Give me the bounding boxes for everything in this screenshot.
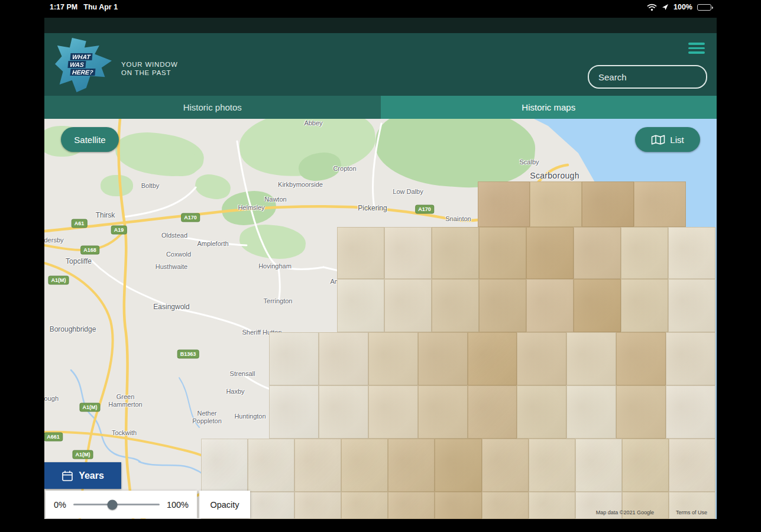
historic-map-tile — [526, 279, 574, 332]
historic-map-tile — [341, 492, 388, 519]
historic-map-tile — [482, 439, 529, 492]
terms-of-use-link[interactable]: Terms of Use — [676, 510, 707, 515]
map-icon — [651, 135, 665, 145]
hamburger-icon — [688, 43, 705, 45]
historic-map-tile — [634, 181, 686, 227]
app-top-strip — [44, 18, 717, 33]
historic-map-tile — [269, 385, 319, 439]
historic-map-tile — [418, 385, 468, 439]
historic-map-tile — [566, 332, 616, 385]
historic-map-tile — [418, 332, 468, 385]
satellite-button[interactable]: Satellite — [61, 127, 119, 152]
status-time: 1:17 PM — [50, 3, 77, 11]
list-button-label: List — [670, 135, 684, 145]
logo-tagline: YOUR WINDOW ON THE PAST — [121, 60, 178, 77]
historic-map-tile — [319, 385, 368, 439]
tagline-line1: YOUR WINDOW — [121, 60, 178, 69]
historic-map-tile — [388, 492, 435, 519]
historic-map-tile — [201, 439, 248, 492]
historic-map-tile — [337, 227, 384, 279]
status-date: Thu Apr 1 — [83, 3, 118, 11]
opacity-label: Opacity — [199, 491, 250, 518]
historic-map-tile — [337, 279, 384, 332]
location-arrow-icon — [662, 4, 669, 11]
historic-map-tile — [666, 332, 715, 385]
historic-map-tile — [468, 385, 517, 439]
historic-map-tile — [248, 492, 294, 519]
historic-map-tile — [384, 279, 432, 332]
status-left: 1:17 PM Thu Apr 1 — [50, 3, 118, 11]
historic-map-tile — [468, 332, 517, 385]
wifi-icon — [647, 4, 657, 11]
status-right: 100% — [647, 3, 711, 11]
historic-map-tile — [574, 279, 621, 332]
historic-map-tile — [435, 492, 481, 519]
map-attribution: Map data ©2021 Google — [596, 510, 654, 515]
battery-percent: 100% — [673, 3, 692, 11]
historic-map-tile — [668, 227, 715, 279]
historic-map-tile — [368, 385, 418, 439]
tab-historic-photos[interactable]: Historic photos — [44, 96, 381, 119]
logo-text-line1: WHAT — [70, 53, 92, 60]
map-canvas[interactable]: AbbeyCroptonScalbyScarboroughBoltbyKirkb… — [44, 119, 717, 519]
historic-map-tile — [616, 332, 666, 385]
historic-map-tile — [566, 385, 616, 439]
historic-map-tile — [575, 439, 622, 492]
tagline-line2: ON THE PAST — [121, 69, 178, 77]
tab-bar: Historic photos Historic maps — [44, 96, 717, 119]
historic-map-tile — [574, 227, 621, 279]
historic-map-tiles-layer — [44, 119, 717, 519]
historic-map-tile — [621, 279, 668, 332]
app-header: WHAT WAS HERE? YOUR WINDOW ON THE PAST — [44, 33, 717, 96]
calendar-icon — [61, 470, 73, 482]
search-input[interactable] — [588, 65, 707, 89]
tab-historic-maps[interactable]: Historic maps — [381, 96, 717, 119]
status-bar: 1:17 PM Thu Apr 1 100% — [0, 0, 761, 14]
historic-map-tile — [248, 439, 294, 492]
historic-map-tile — [384, 227, 432, 279]
historic-map-tile — [432, 279, 479, 332]
historic-map-tile — [526, 227, 574, 279]
years-button[interactable]: Years — [44, 462, 121, 489]
logo-text-line3: HERE? — [70, 69, 95, 76]
opacity-label-text: Opacity — [210, 500, 239, 510]
opacity-min-label: 0% — [54, 500, 66, 510]
historic-map-tile — [388, 439, 435, 492]
opacity-slider-thumb[interactable] — [107, 499, 117, 510]
historic-map-tile — [294, 439, 341, 492]
historic-map-tile — [517, 332, 566, 385]
historic-map-tile — [621, 227, 668, 279]
historic-map-tile — [269, 332, 319, 385]
opacity-control: 0% 100% — [46, 491, 197, 518]
historic-map-tile — [435, 439, 481, 492]
historic-map-tile — [479, 279, 526, 332]
historic-map-tile — [478, 181, 530, 227]
historic-map-tile — [482, 492, 529, 519]
historic-map-tile — [529, 439, 575, 492]
historic-map-tile — [666, 385, 715, 439]
years-button-label: Years — [79, 471, 104, 481]
historic-map-tile — [668, 279, 715, 332]
logo-text-line2: WAS — [67, 61, 86, 68]
list-button[interactable]: List — [635, 127, 700, 152]
menu-button[interactable] — [688, 40, 705, 56]
historic-map-tile — [368, 332, 418, 385]
app-logo: WHAT WAS HERE? YOUR WINDOW ON THE PAST — [55, 37, 209, 96]
historic-map-tile — [294, 492, 341, 519]
historic-map-tile — [432, 227, 479, 279]
logo-shape-icon: WHAT WAS HERE? — [55, 38, 112, 92]
app-window: WHAT WAS HERE? YOUR WINDOW ON THE PAST H… — [44, 18, 717, 519]
historic-map-tile — [529, 492, 575, 519]
historic-map-tile — [479, 227, 526, 279]
historic-map-tile — [582, 181, 634, 227]
historic-map-tile — [530, 181, 582, 227]
historic-map-tile — [319, 332, 368, 385]
opacity-slider[interactable] — [73, 504, 160, 505]
battery-icon — [697, 4, 711, 11]
historic-map-tile — [517, 385, 566, 439]
historic-map-tile — [669, 439, 715, 492]
historic-map-tile — [616, 385, 666, 439]
historic-map-tile — [622, 439, 669, 492]
historic-map-tile — [341, 439, 388, 492]
opacity-max-label: 100% — [167, 500, 189, 510]
